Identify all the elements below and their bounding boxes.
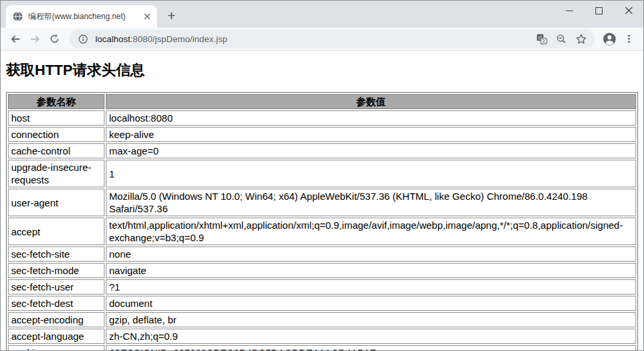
tab-close-icon[interactable] [141, 11, 153, 22]
maximize-button[interactable] [584, 1, 614, 20]
table-row: sec-fetch-sitenone [8, 246, 636, 262]
tab-strip: 编程帮(www.biancheng.net) + [1, 1, 643, 28]
arrow-right-icon [30, 34, 41, 45]
profile-avatar[interactable] [600, 30, 618, 48]
table-row: sec-fetch-destdocument [8, 296, 636, 311]
param-value-cell: zh-CN,zh;q=0.9 [106, 329, 636, 344]
table-row: user-agentMozilla/5.0 (Windows NT 10.0; … [8, 189, 636, 216]
headers-table-body: hostlocalhost:8080connectionkeep-aliveca… [8, 110, 636, 350]
table-header-row: 参数名称 参数值 [8, 94, 636, 109]
page-content: 获取HTTP请求头信息 参数名称 参数值 hostlocalhost:8080c… [1, 51, 643, 350]
param-name-cell: accept [8, 218, 104, 245]
table-row: sec-fetch-user?1 [8, 279, 636, 294]
person-circle-icon [603, 32, 616, 46]
svg-text:文: 文 [541, 38, 546, 43]
param-value-cell: gzip, deflate, br [106, 312, 636, 327]
close-button[interactable] [614, 1, 643, 20]
back-button[interactable] [6, 30, 24, 48]
table-row: accept-languagezh-CN,zh;q=0.9 [8, 329, 636, 344]
table-row: sec-fetch-modenavigate [8, 263, 636, 278]
table-row: connectionkeep-alive [8, 127, 636, 142]
param-name-cell: accept-encoding [8, 312, 104, 327]
param-value-cell: localhost:8080 [106, 110, 636, 126]
browser-tab[interactable]: 编程帮(www.biancheng.net) [6, 5, 157, 28]
minimize-icon [566, 11, 573, 11]
maximize-icon [595, 7, 603, 14]
param-name-cell: host [8, 110, 104, 126]
param-name-cell: sec-fetch-user [8, 279, 104, 294]
translate-icon[interactable]: G 文 [534, 32, 549, 46]
param-value-cell: navigate [106, 263, 636, 278]
url-host: localhost [95, 34, 130, 44]
param-name-cell: user-agent [8, 189, 104, 216]
tab-title: 编程帮(www.biancheng.net) [28, 11, 136, 22]
param-value-cell: ?1 [106, 279, 636, 294]
column-header-param-name: 参数名称 [8, 94, 104, 109]
param-value-cell: none [106, 246, 636, 262]
param-value-cell: keep-alive [106, 127, 636, 142]
table-row: hostlocalhost:8080 [8, 110, 636, 126]
url-text[interactable]: localhost:8080/jspDemo/index.jsp [95, 34, 529, 44]
param-value-cell: max-age=0 [106, 143, 636, 158]
three-dots-vertical-icon [624, 34, 634, 44]
param-name-cell: accept-language [8, 329, 104, 344]
site-info-icon[interactable] [76, 32, 90, 46]
reload-icon [49, 34, 60, 44]
column-header-param-value: 参数值 [106, 94, 636, 109]
table-row: cookieJSESSIONID=865269CBEC2D4BC5DACDDEA… [8, 345, 636, 350]
address-bar[interactable]: localhost:8080/jspDemo/index.jsp G 文 [69, 30, 595, 48]
request-headers-table: 参数名称 参数值 hostlocalhost:8080connectionkee… [6, 92, 638, 350]
arrow-left-icon [10, 34, 21, 45]
table-row: upgrade-insecure-requests1 [8, 160, 636, 187]
table-row: cache-controlmax-age=0 [8, 143, 636, 158]
param-value-cell: Mozilla/5.0 (Windows NT 10.0; Win64; x64… [106, 189, 636, 216]
new-tab-button[interactable]: + [162, 7, 181, 25]
browser-window: 编程帮(www.biancheng.net) + [0, 0, 644, 351]
param-value-cell: text/html,application/xhtml+xml,applicat… [106, 218, 636, 245]
param-name-cell: sec-fetch-dest [8, 296, 104, 311]
refresh-button[interactable] [45, 30, 64, 48]
menu-button[interactable] [620, 30, 638, 48]
close-icon [625, 7, 633, 14]
table-row: accepttext/html,application/xhtml+xml,ap… [8, 218, 636, 245]
minimize-button[interactable] [555, 1, 584, 20]
window-controls [555, 1, 643, 20]
page-title: 获取HTTP请求头信息 [6, 60, 638, 80]
browser-toolbar: localhost:8080/jspDemo/index.jsp G 文 [1, 28, 643, 51]
param-name-cell: connection [8, 127, 104, 142]
param-name-cell: cookie [8, 345, 104, 350]
table-row: accept-encodinggzip, deflate, br [8, 312, 636, 327]
param-name-cell: cache-control [8, 143, 104, 158]
param-value-cell: 1 [106, 160, 636, 187]
zoom-out-icon[interactable] [554, 32, 568, 46]
param-name-cell: sec-fetch-mode [8, 263, 104, 278]
bookmark-star-icon[interactable] [574, 32, 588, 46]
forward-button[interactable] [26, 30, 44, 48]
param-name-cell: sec-fetch-site [8, 246, 104, 262]
param-value-cell: JSESSIONID=865269CBEC2D4BC5DACDDEA1ACD4A… [106, 345, 636, 350]
param-value-cell: document [106, 296, 636, 311]
param-name-cell: upgrade-insecure-requests [8, 160, 104, 187]
url-path: :8080/jspDemo/index.jsp [130, 34, 227, 44]
globe-favicon-icon [12, 11, 23, 22]
table-head: 参数名称 参数值 [8, 94, 636, 109]
